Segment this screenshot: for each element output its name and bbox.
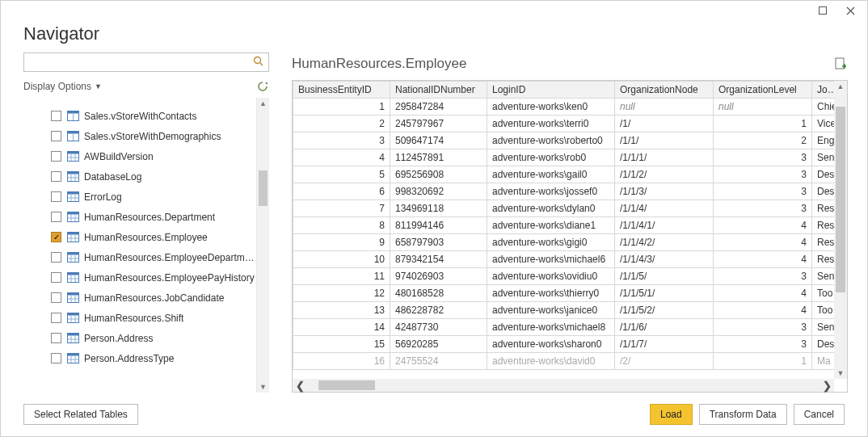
table-row[interactable]: 2245797967adventure-works\terri0/1/1Vice [293,116,835,132]
cell[interactable]: adventure-works\sharon0 [487,336,615,353]
cell[interactable]: Too [812,285,835,302]
grid-hscrollbar[interactable]: ❮ ❯ [293,379,834,392]
table-row[interactable]: 5695256908adventure-works\gail0/1/1/2/3D… [293,166,835,183]
scroll-up-icon[interactable]: ▲ [257,98,269,109]
cell[interactable]: 1 [714,353,812,370]
table-row[interactable]: 4112457891adventure-works\rob0/1/1/1/3Se… [293,149,835,166]
cell[interactable]: adventure-works\diane1 [487,217,615,234]
cell[interactable]: 3 [293,132,390,149]
cell[interactable]: 12 [293,285,390,302]
cell[interactable]: /1/1/2/ [615,166,714,183]
cell[interactable]: 4 [714,234,812,251]
tree-item[interactable]: HumanResources.EmployeePayHistory [23,267,256,288]
cell[interactable]: Sen [812,268,835,285]
cell[interactable]: 3 [714,319,812,336]
cell[interactable]: /1/1/4/1/ [615,217,714,234]
scroll-right-icon[interactable]: ❯ [820,379,834,392]
cell[interactable]: 695256908 [390,166,487,183]
cell[interactable]: 811994146 [390,217,487,234]
tree-item[interactable]: AWBuildVersion [23,146,256,166]
scroll-left-icon[interactable]: ❮ [293,379,307,392]
table-row[interactable]: 13486228782adventure-works\janice0/1/1/5… [293,302,835,319]
cell[interactable]: adventure-works\rob0 [487,149,615,166]
cell[interactable]: 480168528 [390,285,487,302]
tree-item[interactable]: Sales.vStoreWithContacts [23,106,256,126]
cell[interactable]: 3 [714,336,812,353]
table-row[interactable]: 1442487730adventure-works\michael8/1/1/6… [293,319,835,336]
cell[interactable]: adventure-works\janice0 [487,302,615,319]
cell[interactable]: 3 [714,149,812,166]
cell[interactable]: 486228782 [390,302,487,319]
table-row[interactable]: 1624755524adventure-works\david0/2/1Ma [293,353,835,370]
preview-options-button[interactable] [835,57,848,70]
cell[interactable]: 1 [714,116,812,132]
tree-item[interactable]: DatabaseLog [23,166,256,187]
cell[interactable]: adventure-works\roberto0 [487,132,615,149]
cell[interactable]: 24755524 [390,353,487,370]
search-input[interactable] [23,53,269,72]
maximize-button[interactable] [809,2,836,19]
cell[interactable]: 42487730 [390,319,487,336]
cell[interactable]: 3 [714,200,812,217]
cell[interactable]: 13 [293,302,390,319]
grid-vscrollbar[interactable]: ▲ ▼ [834,81,847,379]
checkbox[interactable] [51,191,61,202]
close-button[interactable] [836,2,864,19]
checkbox[interactable] [51,313,61,323]
cell[interactable]: 10 [293,251,390,268]
table-row[interactable]: 10879342154adventure-works\michael6/1/1/… [293,251,835,268]
cell[interactable]: Too [812,302,835,319]
table-row[interactable]: 8811994146adventure-works\diane1/1/1/4/1… [293,217,835,234]
checkbox[interactable] [51,232,61,242]
cell[interactable]: adventure-works\ken0 [487,99,615,116]
checkbox[interactable] [51,353,61,363]
table-row[interactable]: 12480168528adventure-works\thierry0/1/1/… [293,285,835,302]
cell[interactable]: adventure-works\gigi0 [487,234,615,251]
cell[interactable]: 9 [293,234,390,251]
column-header[interactable]: NationalIDNumber [390,82,487,99]
column-header[interactable]: JobTitl [812,82,835,99]
cell[interactable]: 11 [293,268,390,285]
checkbox[interactable] [51,252,61,263]
cell[interactable]: 56920285 [390,336,487,353]
cell[interactable]: Des [812,183,835,200]
cell[interactable]: Res [812,200,835,217]
cell[interactable]: 8 [293,217,390,234]
tree-item[interactable]: HumanResources.Employee [23,227,256,247]
cell[interactable]: 974026903 [390,268,487,285]
checkbox[interactable] [51,292,61,303]
table-row[interactable]: 1556920285adventure-works\sharon0/1/1/7/… [293,336,835,353]
cell[interactable]: 3 [714,268,812,285]
cell[interactable]: adventure-works\david0 [487,353,615,370]
cell[interactable]: 658797903 [390,234,487,251]
cell[interactable]: 879342154 [390,251,487,268]
cell[interactable]: 3 [714,166,812,183]
cell[interactable]: adventure-works\michael8 [487,319,615,336]
cell[interactable]: adventure-works\thierry0 [487,285,615,302]
table-row[interactable]: 1295847284adventure-works\ken0nullnullCh… [293,99,835,116]
scroll-thumb[interactable] [836,107,845,292]
cell[interactable]: Ma [812,353,835,370]
cell[interactable]: /1/1/4/ [615,200,714,217]
cell[interactable]: adventure-works\gail0 [487,166,615,183]
cell[interactable]: adventure-works\terri0 [487,116,615,132]
cell[interactable]: /1/1/5/2/ [615,302,714,319]
cell[interactable]: /1/1/1/ [615,149,714,166]
table-row[interactable]: 3509647174adventure-works\roberto0/1/1/2… [293,132,835,149]
cell[interactable]: Res [812,217,835,234]
cell[interactable]: /1/1/5/1/ [615,285,714,302]
column-header[interactable]: BusinessEntityID [293,82,390,99]
table-row[interactable]: 11974026903adventure-works\ovidiu0/1/1/5… [293,268,835,285]
cell[interactable]: adventure-works\ovidiu0 [487,268,615,285]
scroll-thumb[interactable] [318,380,375,390]
display-options-dropdown[interactable]: Display Options ▼ [23,81,102,92]
checkbox[interactable] [51,333,61,343]
cell[interactable]: /1/1/4/3/ [615,251,714,268]
column-header[interactable]: OrganizationNode [615,82,714,99]
table-row[interactable]: 7134969118adventure-works\dylan0/1/1/4/3… [293,200,835,217]
table-row[interactable]: 6998320692adventure-works\jossef0/1/1/3/… [293,183,835,200]
tree-item[interactable]: HumanResources.EmployeeDepartmen... [23,247,256,267]
cell[interactable]: /1/ [615,116,714,132]
cell[interactable]: 4 [714,217,812,234]
cell[interactable]: 14 [293,319,390,336]
